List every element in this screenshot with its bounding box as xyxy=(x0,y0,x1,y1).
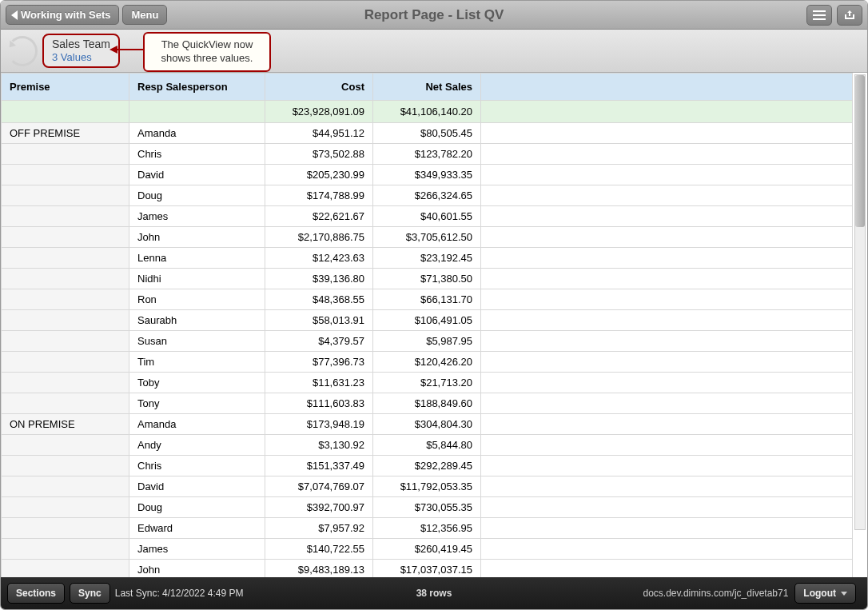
cell-person: Ron xyxy=(129,289,265,310)
col-person[interactable]: Resp Salesperson xyxy=(129,74,265,101)
table-row[interactable]: Chris$151,337.49$292,289.45 xyxy=(2,456,853,476)
cell-net: $260,419.45 xyxy=(373,539,481,560)
cell-person: Doug xyxy=(129,497,265,518)
table-row[interactable]: Doug$392,700.97$730,055.35 xyxy=(2,497,853,518)
table-row[interactable]: ON PREMISEAmanda$173,948.19$304,804.30 xyxy=(2,414,853,435)
logout-button[interactable]: Logout xyxy=(794,583,856,604)
cell-cost: $48,368.55 xyxy=(265,289,373,310)
cell-person: James xyxy=(129,206,265,227)
cell-person: John xyxy=(129,227,265,248)
cell-cost: $4,379.57 xyxy=(265,331,373,352)
sync-button[interactable]: Sync xyxy=(70,583,110,604)
cell-net: $71,380.50 xyxy=(373,269,481,289)
cell-cost: $392,700.97 xyxy=(265,497,373,518)
table-row[interactable]: Lenna$12,423.63$23,192.45 xyxy=(2,248,853,269)
cell-person: Tony xyxy=(129,393,265,414)
cell-person: Nidhi xyxy=(129,269,265,289)
cell-person: David xyxy=(129,476,265,497)
cell-cost: $7,074,769.07 xyxy=(265,476,373,497)
table-row[interactable]: Saurabh$58,013.91$106,491.05 xyxy=(2,310,853,331)
cell-person: Saurabh xyxy=(129,310,265,331)
back-label: Working with Sets xyxy=(21,9,110,21)
col-net[interactable]: Net Sales xyxy=(373,74,481,101)
cell-person: Chris xyxy=(129,144,265,165)
table-row[interactable]: Toby$11,631.23$21,713.20 xyxy=(2,373,853,393)
server-label: docs.dev.dimins.com/jc_divetab71 xyxy=(643,588,788,599)
total-net: $41,106,140.20 xyxy=(373,101,481,123)
cell-cost: $9,483,189.13 xyxy=(265,560,373,578)
table-row[interactable]: Susan$4,379.57$5,987.95 xyxy=(2,331,853,352)
cell-cost: $111,603.83 xyxy=(265,393,373,414)
cell-premise xyxy=(2,560,129,578)
cell-premise: OFF PREMISE xyxy=(2,123,129,144)
cell-net: $106,491.05 xyxy=(373,310,481,331)
back-button[interactable]: Working with Sets xyxy=(6,5,119,25)
cell-net: $66,131.70 xyxy=(373,289,481,310)
col-cost[interactable]: Cost xyxy=(265,74,373,101)
cell-person: Tim xyxy=(129,352,265,373)
cell-premise xyxy=(2,497,129,518)
cell-net: $292,289.45 xyxy=(373,456,481,476)
cell-premise xyxy=(2,185,129,206)
table-row[interactable]: James$140,722.55$260,419.45 xyxy=(2,539,853,560)
table-row[interactable]: John$9,483,189.13$17,037,037.15 xyxy=(2,560,853,578)
table-row[interactable]: Nidhi$39,136.80$71,380.50 xyxy=(2,269,853,289)
data-table: Premise Resp Salesperson Cost Net Sales … xyxy=(1,73,853,577)
table-row[interactable]: Edward$7,957.92$12,356.95 xyxy=(2,518,853,539)
cell-net: $21,713.20 xyxy=(373,373,481,393)
table-row[interactable]: Andy$3,130.92$5,844.80 xyxy=(2,435,853,456)
cell-cost: $44,951.12 xyxy=(265,123,373,144)
callout-annotation: The QuickView now shows three values. xyxy=(143,32,271,72)
sections-button[interactable]: Sections xyxy=(7,583,65,604)
col-premise[interactable]: Premise xyxy=(2,74,129,101)
svg-rect-2 xyxy=(813,18,826,20)
table-totals-row: $23,928,091.09 $41,106,140.20 xyxy=(2,101,853,123)
refresh-icon[interactable] xyxy=(7,36,38,66)
cell-cost: $174,788.99 xyxy=(265,185,373,206)
cell-net: $188,849.60 xyxy=(373,393,481,414)
status-bar: Sections Sync Last Sync: 4/12/2022 4:49 … xyxy=(1,577,867,609)
cell-cost: $77,396.73 xyxy=(265,352,373,373)
cell-premise: ON PREMISE xyxy=(2,414,129,435)
scrollbar-thumb[interactable] xyxy=(855,75,865,227)
table-row[interactable]: James$22,621.67$40,601.55 xyxy=(2,206,853,227)
cell-net: $266,324.65 xyxy=(373,185,481,206)
share-button[interactable] xyxy=(837,5,862,26)
cell-net: $120,426.20 xyxy=(373,352,481,373)
cell-cost: $39,136.80 xyxy=(265,269,373,289)
table-row[interactable]: Tony$111,603.83$188,849.60 xyxy=(2,393,853,414)
table-row[interactable]: David$205,230.99$349,933.35 xyxy=(2,165,853,185)
cell-person: Chris xyxy=(129,456,265,476)
table-row[interactable]: David$7,074,769.07$11,792,053.35 xyxy=(2,476,853,497)
table-row[interactable]: Doug$174,788.99$266,324.65 xyxy=(2,185,853,206)
cell-net: $17,037,037.15 xyxy=(373,560,481,578)
cell-premise xyxy=(2,539,129,560)
cell-premise xyxy=(2,476,129,497)
callout-arrow-icon xyxy=(109,49,141,50)
cell-premise xyxy=(2,310,129,331)
list-button[interactable] xyxy=(806,5,832,26)
scrollbar[interactable] xyxy=(854,74,866,530)
table-row[interactable]: Tim$77,396.73$120,426.20 xyxy=(2,352,853,373)
chevron-left-icon xyxy=(11,10,18,20)
cell-person: James xyxy=(129,539,265,560)
quickview-chip[interactable]: Sales Team 3 Values xyxy=(42,34,120,67)
cell-person: Edward xyxy=(129,518,265,539)
cell-person: Amanda xyxy=(129,123,265,144)
table-row[interactable]: OFF PREMISEAmanda$44,951.12$80,505.45 xyxy=(2,123,853,144)
cell-net: $349,933.35 xyxy=(373,165,481,185)
table-row[interactable]: John$2,170,886.75$3,705,612.50 xyxy=(2,227,853,248)
menu-button[interactable]: Menu xyxy=(122,5,167,25)
quickview-name: Sales Team xyxy=(52,38,110,51)
table-header-row: Premise Resp Salesperson Cost Net Sales xyxy=(2,74,853,101)
cell-net: $12,356.95 xyxy=(373,518,481,539)
filter-bar: Sales Team 3 Values The QuickView now sh… xyxy=(1,30,867,73)
cell-net: $304,804.30 xyxy=(373,414,481,435)
cell-person: Andy xyxy=(129,435,265,456)
table-row[interactable]: Ron$48,368.55$66,131.70 xyxy=(2,289,853,310)
table-row[interactable]: Chris$73,502.88$123,782.20 xyxy=(2,144,853,165)
list-icon xyxy=(813,10,826,20)
cell-premise xyxy=(2,518,129,539)
cell-net: $11,792,053.35 xyxy=(373,476,481,497)
cell-cost: $22,621.67 xyxy=(265,206,373,227)
